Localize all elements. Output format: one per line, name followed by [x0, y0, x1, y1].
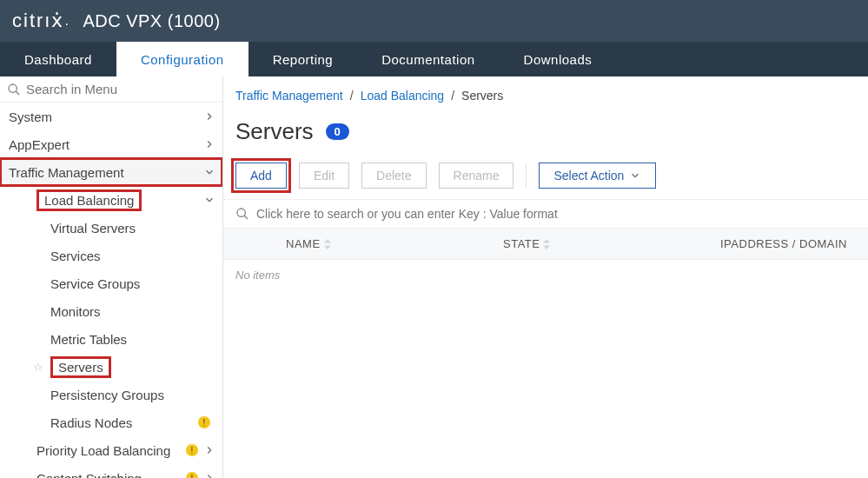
sort-icon [543, 239, 550, 249]
warning-icon: ! [186, 472, 198, 478]
sort-icon [324, 239, 331, 249]
svg-marker-7 [544, 245, 551, 249]
sidebar-item-label: Service Groups [50, 276, 215, 291]
sidebar-item-label: Load Balancing [36, 189, 203, 211]
sidebar-item-label: Priority Load Balancing [36, 443, 186, 458]
chevron-right-icon [203, 472, 215, 478]
sidebar-item-load-balancing[interactable]: Load Balancing [0, 186, 222, 214]
breadcrumb: Traffic Management / Load Balancing / Se… [223, 89, 868, 103]
brand-logo: citrıẋ [12, 10, 64, 32]
sidebar-item-label: System [9, 110, 203, 124]
th-state[interactable]: STATE [503, 237, 720, 250]
search-icon [7, 83, 21, 96]
svg-point-0 [9, 84, 17, 92]
sidebar-item-label: AppExpert [9, 137, 203, 152]
breadcrumb-sep: / [451, 89, 454, 103]
svg-line-3 [244, 216, 248, 219]
sidebar-item-label: Traffic Management [9, 165, 203, 180]
sidebar-item-label: Metric Tables [50, 332, 215, 347]
warning-icon: ! [186, 444, 198, 456]
page-title: Servers [235, 118, 314, 145]
chevron-right-icon [203, 444, 215, 456]
svg-line-1 [16, 91, 19, 95]
sidebar-item-traffic-management[interactable]: Traffic Management [0, 158, 222, 186]
chevron-down-icon [629, 169, 641, 182]
sidebar-item-persistency-groups[interactable]: Persistency Groups [0, 381, 222, 408]
star-icon: ☆ [33, 361, 43, 374]
search-icon [235, 207, 249, 221]
breadcrumb-sep: / [350, 89, 354, 103]
nav-tabs: Dashboard Configuration Reporting Docume… [0, 42, 868, 76]
sidebar-item-radius-nodes[interactable]: Radius Nodes ! [0, 408, 222, 436]
th-name[interactable]: NAME [286, 237, 503, 250]
th-ip-label: IPADDRESS / DOMAIN [720, 237, 847, 250]
sidebar-item-metric-tables[interactable]: Metric Tables [0, 325, 222, 353]
sidebar-search-input[interactable] [26, 82, 215, 96]
chevron-down-icon [203, 166, 215, 178]
tab-dashboard[interactable]: Dashboard [0, 42, 116, 76]
tab-documentation[interactable]: Documentation [357, 42, 499, 76]
th-state-label: STATE [503, 237, 540, 250]
svg-marker-5 [324, 245, 331, 249]
edit-button: Edit [299, 163, 349, 189]
add-button[interactable]: Add [235, 163, 287, 189]
sidebar-item-virtual-servers[interactable]: Virtual Servers [0, 214, 222, 242]
brand-product: ADC VPX (1000) [83, 11, 220, 31]
breadcrumb-link-2[interactable]: Load Balancing [361, 89, 445, 103]
delete-button: Delete [361, 163, 426, 189]
sidebar-item-label: Monitors [50, 304, 215, 319]
sidebar-item-content-switching[interactable]: Content Switching ! [0, 464, 222, 478]
svg-marker-6 [544, 239, 551, 243]
sidebar-item-label: Content Switching [36, 471, 186, 479]
sidebar-item-system[interactable]: System [0, 103, 222, 130]
sidebar-item-services[interactable]: Services [0, 242, 222, 269]
rename-button: Rename [439, 163, 514, 189]
table-header: NAME STATE IPADDRESS / DOMAIN [223, 229, 868, 260]
table-empty: No items [223, 260, 868, 290]
page-title-row: Servers 0 [223, 118, 868, 145]
sidebar-item-label: Radius Nodes [50, 415, 198, 430]
select-action-button[interactable]: Select Action [539, 163, 656, 189]
breadcrumb-current: Servers [461, 89, 503, 103]
tab-reporting[interactable]: Reporting [248, 42, 358, 76]
sidebar-search[interactable] [0, 76, 222, 103]
warning-icon: ! [198, 416, 210, 428]
toolbar: Add Edit Delete Rename Select Action [223, 163, 868, 189]
main-content: Traffic Management / Load Balancing / Se… [223, 76, 868, 478]
sidebar-item-label: Persistency Groups [50, 388, 215, 402]
th-ipaddress[interactable]: IPADDRESS / DOMAIN [720, 237, 847, 250]
brand-dot: . [64, 13, 69, 29]
chevron-right-icon [203, 110, 215, 123]
filter-row[interactable] [223, 199, 868, 229]
th-name-label: NAME [286, 237, 321, 250]
svg-point-2 [237, 209, 245, 216]
select-action-label: Select Action [553, 169, 624, 183]
svg-marker-4 [324, 239, 331, 243]
chevron-down-icon [203, 194, 215, 206]
sidebar-item-label: Services [50, 249, 215, 263]
breadcrumb-link-1[interactable]: Traffic Management [235, 89, 343, 103]
brand-bar: citrıẋ. ADC VPX (1000) [0, 0, 868, 42]
sidebar-item-label: Virtual Servers [50, 221, 215, 236]
filter-input[interactable] [256, 207, 856, 221]
sidebar-item-priority-lb[interactable]: Priority Load Balancing ! [0, 436, 222, 464]
count-badge: 0 [326, 123, 349, 140]
sidebar-item-label: Servers [50, 356, 215, 378]
sidebar-item-monitors[interactable]: Monitors [0, 297, 222, 325]
tab-downloads[interactable]: Downloads [500, 42, 617, 76]
sidebar-item-service-groups[interactable]: Service Groups [0, 269, 222, 297]
sidebar-item-appexpert[interactable]: AppExpert [0, 130, 222, 158]
tab-configuration[interactable]: Configuration [116, 42, 248, 76]
sidebar-item-servers[interactable]: ☆ Servers [0, 353, 222, 381]
chevron-right-icon [203, 138, 215, 150]
toolbar-divider [526, 164, 527, 187]
sidebar: System AppExpert Traffic Management Load… [0, 76, 223, 478]
